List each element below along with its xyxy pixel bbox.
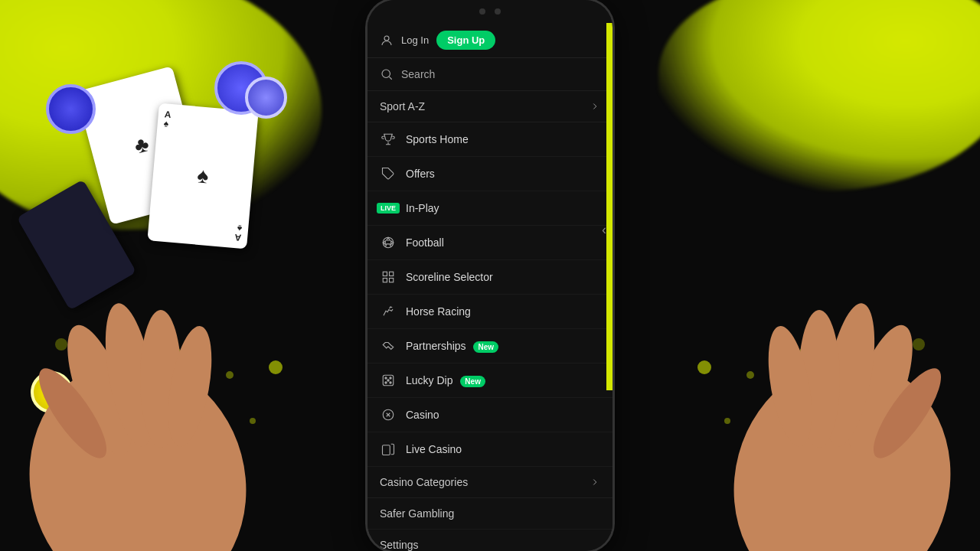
settings-item[interactable]: Settings [368,530,612,551]
phone-notch [368,0,612,23]
signup-button[interactable]: Sign Up [436,31,495,50]
menu-item-sports-home[interactable]: Sports Home [368,122,612,157]
horse-icon [380,303,397,320]
in-play-label: In-Play [406,202,600,214]
yellow-strip [606,23,612,390]
trophy-icon [380,131,397,148]
svg-rect-42 [390,279,394,282]
menu-item-live-casino[interactable]: Live Casino [368,432,612,467]
right-hands-area [612,0,980,551]
horse-racing-label: Horse Racing [406,305,600,318]
svg-point-34 [384,36,389,41]
svg-rect-41 [383,279,387,282]
settings-label: Settings [380,539,419,551]
svg-point-48 [387,380,389,381]
svg-line-36 [389,77,391,79]
sports-home-label: Sports Home [406,133,600,145]
svg-rect-39 [383,272,387,276]
chevron-right-icon [590,101,600,112]
casino-categories-label: Casino Categories [380,476,468,488]
hands-area [0,0,368,551]
handshake-icon [380,337,397,354]
right-hand [674,191,980,551]
svg-point-45 [390,377,391,379]
menu-item-horse-racing[interactable]: Horse Racing [368,295,612,329]
notch-dot-left [479,8,485,15]
partnerships-badge: New [473,341,498,353]
casino-categories-section[interactable]: Casino Categories [368,467,612,498]
tag-icon [380,165,397,182]
casino-icon [380,406,397,423]
safer-gambling-label: Safer Gambling [380,507,454,520]
menu-item-in-play[interactable]: LIVE In-Play [368,191,612,226]
menu-item-football[interactable]: Football [368,226,612,260]
soccer-icon [380,234,397,251]
menu-item-scoreline[interactable]: Scoreline Selector [368,260,612,295]
svg-rect-40 [390,272,394,276]
phone-container: ‹ Log In Sign Up Search Sport A-Z [368,0,612,551]
offers-label: Offers [406,168,600,180]
login-button[interactable]: Log In [401,34,429,46]
safer-gambling-item[interactable]: Safer Gambling [368,498,612,530]
casino-label: Casino [406,409,600,421]
menu-item-casino[interactable]: Casino [368,398,612,432]
search-label: Search [401,68,435,80]
menu-item-partnerships[interactable]: Partnerships New [368,329,612,364]
phone-screen[interactable]: Log In Sign Up Search Sport A-Z Sports H… [368,23,612,551]
menu-item-offers[interactable]: Offers [368,157,612,191]
auth-header: Log In Sign Up [368,23,612,58]
user-icon [380,34,394,47]
svg-point-38 [383,237,394,248]
svg-rect-50 [383,445,390,455]
live-casino-label: Live Casino [406,443,600,455]
svg-point-35 [382,70,390,78]
football-label: Football [406,236,600,249]
lucky-dip-badge: New [460,376,485,387]
grid-icon [380,269,397,285]
menu-item-lucky-dip[interactable]: Lucky Dip New [368,364,612,398]
sport-az-section[interactable]: Sport A-Z [368,91,612,122]
search-icon [380,67,394,81]
phone-frame: ‹ Log In Sign Up Search Sport A-Z [368,0,612,551]
lucky-dip-label: Lucky Dip New [406,374,600,386]
cards-icon [380,441,397,458]
close-chevron[interactable]: ‹ [602,222,606,238]
casino-chevron-icon [590,477,600,487]
svg-point-44 [385,377,387,379]
search-row[interactable]: Search [368,58,612,91]
svg-point-46 [385,382,387,383]
notch-dot-right [495,8,501,15]
partnerships-label: Partnerships New [406,340,600,352]
left-hand [0,191,306,551]
svg-point-47 [390,382,391,383]
scoreline-label: Scoreline Selector [406,271,600,283]
live-icon: LIVE [380,200,397,217]
dice-icon [380,372,397,389]
sport-az-label: Sport A-Z [380,100,425,112]
